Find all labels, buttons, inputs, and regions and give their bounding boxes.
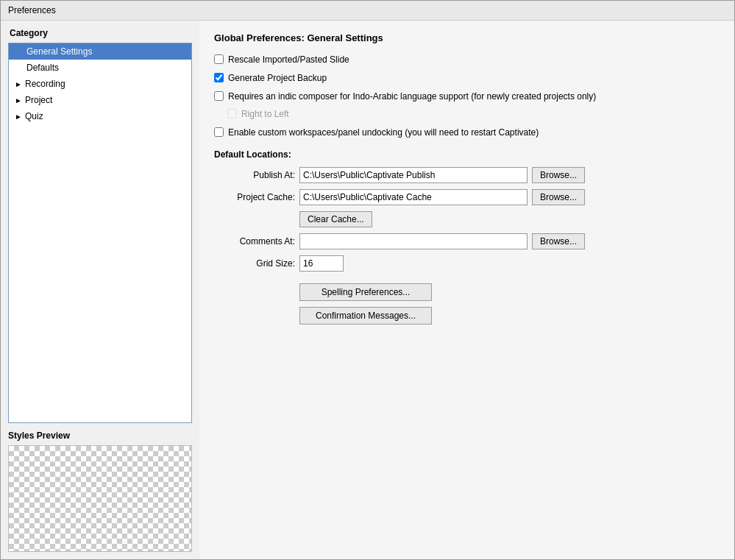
category-label: Category [8,28,192,38]
arrow-icon: ► [15,96,22,104]
left-panel: Category General Settings Defaults ► Rec… [1,21,199,559]
title-bar: Preferences [1,1,734,21]
grid-size-row: Grid Size: [214,255,720,272]
sidebar-item-project[interactable]: ► Project [9,92,191,108]
checkbox-rtl: Right to Left [214,108,720,121]
grid-size-input[interactable] [299,255,344,272]
tree-item-label: Project [25,95,52,105]
workspace-checkbox[interactable] [214,127,224,137]
comments-at-input[interactable] [299,233,528,249]
backup-label: Generate Project Backup [228,72,327,85]
comments-browse-button[interactable]: Browse... [532,233,585,249]
rescale-label: Rescale Imported/Pasted Slide [228,54,349,66]
right-panel: Global Preferences: General Settings Res… [199,21,734,559]
sidebar-item-quiz[interactable]: ► Quiz [9,108,191,124]
tree-item-label: Recording [25,79,65,89]
styles-preview-label: Styles Preview [8,430,192,441]
tree-item-label: Quiz [25,111,43,121]
confirmation-messages-button[interactable]: Confirmation Messages... [299,307,432,325]
indic-checkbox[interactable] [214,91,224,101]
checkbox-indic: Requires an indic composer for Indo-Arab… [214,91,720,103]
preferences-window: Preferences Category General Settings De… [0,0,735,560]
window-title: Preferences [8,5,56,15]
tree-item-label: Defaults [26,63,59,73]
rtl-label: Right to Left [241,108,289,121]
grid-size-label: Grid Size: [214,258,295,269]
publish-browse-button[interactable]: Browse... [532,167,585,183]
sidebar-item-defaults[interactable]: Defaults [9,60,191,76]
tree-container: General Settings Defaults ► Recording ► … [8,43,192,423]
publish-at-input[interactable] [299,167,528,183]
project-cache-input[interactable] [299,189,528,205]
checkbox-backup: Generate Project Backup [214,72,720,85]
comments-at-row: Comments At: Browse... [214,233,720,249]
sidebar-item-recording[interactable]: ► Recording [9,76,191,92]
workspace-label: Enable custom workspaces/panel undocking… [228,127,539,139]
project-cache-browse-button[interactable]: Browse... [532,189,585,205]
rescale-checkbox[interactable] [214,54,224,64]
project-cache-row: Project Cache: Browse... [214,189,720,205]
default-locations-label: Default Locations: [214,149,720,160]
publish-at-label: Publish At: [214,170,295,180]
backup-checkbox[interactable] [214,73,224,82]
panel-title: Global Preferences: General Settings [214,32,720,43]
arrow-icon: ► [15,113,22,121]
content-area: Category General Settings Defaults ► Rec… [1,21,734,559]
project-cache-label: Project Cache: [214,192,295,202]
styles-preview-box [8,445,192,552]
sidebar-item-general-settings[interactable]: General Settings [9,43,191,60]
clear-cache-row: Clear Cache... [214,211,720,227]
checkbox-workspace: Enable custom workspaces/panel undocking… [214,127,720,139]
big-buttons-area: Spelling Preferences... Confirmation Mes… [214,283,720,325]
comments-at-label: Comments At: [214,236,295,247]
publish-at-row: Publish At: Browse... [214,167,720,183]
tree-item-label: General Settings [26,46,92,57]
rtl-checkbox[interactable] [227,109,237,118]
arrow-icon: ► [15,80,22,88]
checkbox-rescale: Rescale Imported/Pasted Slide [214,54,720,66]
spelling-preferences-button[interactable]: Spelling Preferences... [299,283,432,301]
indic-label: Requires an indic composer for Indo-Arab… [228,91,596,103]
clear-cache-button[interactable]: Clear Cache... [299,211,372,227]
